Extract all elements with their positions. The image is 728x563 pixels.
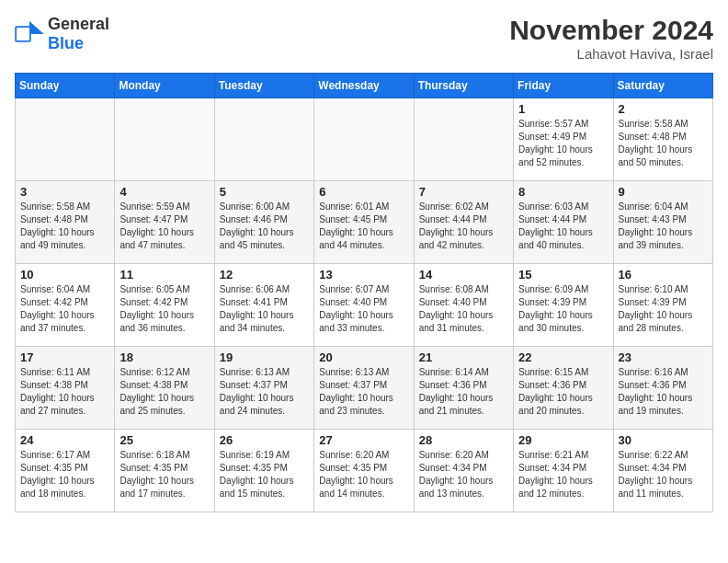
calendar-cell — [414, 98, 513, 181]
calendar-cell: 18Sunrise: 6:12 AM Sunset: 4:38 PM Dayli… — [115, 347, 214, 430]
cell-info: Sunrise: 5:57 AM Sunset: 4:49 PM Dayligh… — [518, 118, 608, 169]
day-number: 16 — [619, 268, 708, 282]
day-number: 19 — [220, 350, 309, 364]
cell-info: Sunrise: 6:00 AM Sunset: 4:46 PM Dayligh… — [220, 201, 309, 252]
calendar-cell: 25Sunrise: 6:18 AM Sunset: 4:35 PM Dayli… — [115, 430, 214, 512]
day-number: 22 — [518, 350, 608, 364]
calendar-cell — [214, 98, 313, 181]
calendar-cell: 6Sunrise: 6:01 AM Sunset: 4:45 PM Daylig… — [314, 181, 414, 264]
calendar-cell: 2Sunrise: 5:58 AM Sunset: 4:48 PM Daylig… — [613, 98, 712, 181]
logo-icon — [15, 21, 44, 47]
day-number: 2 — [619, 102, 708, 116]
calendar-cell: 30Sunrise: 6:22 AM Sunset: 4:34 PM Dayli… — [613, 430, 712, 512]
day-number: 18 — [119, 350, 209, 364]
day-number: 28 — [419, 433, 508, 447]
calendar-cell: 29Sunrise: 6:21 AM Sunset: 4:34 PM Dayli… — [514, 430, 613, 512]
cell-info: Sunrise: 6:07 AM Sunset: 4:40 PM Dayligh… — [319, 283, 408, 335]
calendar-cell: 20Sunrise: 6:13 AM Sunset: 4:37 PM Dayli… — [314, 347, 414, 430]
day-number: 1 — [518, 102, 608, 116]
day-number: 14 — [419, 268, 508, 282]
calendar-cell: 3Sunrise: 5:58 AM Sunset: 4:48 PM Daylig… — [16, 181, 115, 264]
day-number: 6 — [319, 185, 408, 199]
cell-info: Sunrise: 6:04 AM Sunset: 4:43 PM Dayligh… — [619, 201, 708, 252]
day-header-monday: Monday — [115, 74, 214, 98]
header: General Blue November 2024 Lahavot Haviv… — [15, 15, 713, 62]
cell-info: Sunrise: 6:21 AM Sunset: 4:34 PM Dayligh… — [518, 449, 608, 500]
calendar-cell: 23Sunrise: 6:16 AM Sunset: 4:36 PM Dayli… — [613, 347, 712, 430]
day-header-tuesday: Tuesday — [214, 74, 313, 98]
subtitle: Lahavot Haviva, Israel — [509, 46, 713, 62]
week-row-4: 17Sunrise: 6:11 AM Sunset: 4:38 PM Dayli… — [16, 347, 713, 430]
week-row-2: 3Sunrise: 5:58 AM Sunset: 4:48 PM Daylig… — [16, 181, 713, 264]
calendar-cell: 19Sunrise: 6:13 AM Sunset: 4:37 PM Dayli… — [214, 347, 313, 430]
cell-info: Sunrise: 6:20 AM Sunset: 4:35 PM Dayligh… — [319, 449, 408, 500]
cell-info: Sunrise: 6:10 AM Sunset: 4:39 PM Dayligh… — [619, 283, 708, 335]
cell-info: Sunrise: 6:02 AM Sunset: 4:44 PM Dayligh… — [419, 201, 508, 252]
cell-info: Sunrise: 6:05 AM Sunset: 4:42 PM Dayligh… — [119, 283, 209, 335]
day-number: 25 — [119, 433, 209, 447]
calendar-cell: 1Sunrise: 5:57 AM Sunset: 4:49 PM Daylig… — [514, 98, 613, 181]
calendar-cell: 11Sunrise: 6:05 AM Sunset: 4:42 PM Dayli… — [115, 264, 214, 347]
cell-info: Sunrise: 6:04 AM Sunset: 4:42 PM Dayligh… — [20, 283, 109, 335]
day-number: 9 — [619, 185, 708, 199]
day-header-friday: Friday — [514, 74, 613, 98]
cell-info: Sunrise: 6:22 AM Sunset: 4:34 PM Dayligh… — [619, 449, 708, 500]
calendar-cell: 15Sunrise: 6:09 AM Sunset: 4:39 PM Dayli… — [514, 264, 613, 347]
cell-info: Sunrise: 6:14 AM Sunset: 4:36 PM Dayligh… — [419, 366, 508, 418]
calendar-cell: 22Sunrise: 6:15 AM Sunset: 4:36 PM Dayli… — [514, 347, 613, 430]
day-number: 17 — [20, 350, 109, 364]
cell-info: Sunrise: 6:19 AM Sunset: 4:35 PM Dayligh… — [220, 449, 309, 500]
logo-blue: Blue — [48, 34, 84, 52]
cell-info: Sunrise: 6:16 AM Sunset: 4:36 PM Dayligh… — [619, 366, 708, 418]
calendar-cell — [314, 98, 414, 181]
calendar-cell: 28Sunrise: 6:20 AM Sunset: 4:34 PM Dayli… — [414, 430, 513, 512]
day-number: 20 — [319, 350, 408, 364]
day-number: 21 — [419, 350, 508, 364]
day-number: 5 — [220, 185, 309, 199]
main-title: November 2024 — [509, 15, 713, 46]
day-number: 7 — [419, 185, 508, 199]
week-row-5: 24Sunrise: 6:17 AM Sunset: 4:35 PM Dayli… — [16, 430, 713, 512]
logo-general: General — [48, 15, 109, 33]
week-row-1: 1Sunrise: 5:57 AM Sunset: 4:49 PM Daylig… — [16, 98, 713, 181]
day-number: 26 — [220, 433, 309, 447]
calendar-cell: 4Sunrise: 5:59 AM Sunset: 4:47 PM Daylig… — [115, 181, 214, 264]
cell-info: Sunrise: 6:08 AM Sunset: 4:40 PM Dayligh… — [419, 283, 508, 335]
day-header-saturday: Saturday — [613, 74, 712, 98]
day-number: 4 — [119, 185, 209, 199]
svg-rect-2 — [17, 28, 29, 40]
day-number: 15 — [518, 268, 608, 282]
day-number: 29 — [518, 433, 608, 447]
calendar-cell — [16, 98, 115, 181]
cell-info: Sunrise: 6:01 AM Sunset: 4:45 PM Dayligh… — [319, 201, 408, 252]
calendar-cell: 13Sunrise: 6:07 AM Sunset: 4:40 PM Dayli… — [314, 264, 414, 347]
cell-info: Sunrise: 6:06 AM Sunset: 4:41 PM Dayligh… — [220, 283, 309, 335]
cell-info: Sunrise: 6:13 AM Sunset: 4:37 PM Dayligh… — [319, 366, 408, 418]
calendar-cell: 14Sunrise: 6:08 AM Sunset: 4:40 PM Dayli… — [414, 264, 513, 347]
calendar-cell: 21Sunrise: 6:14 AM Sunset: 4:36 PM Dayli… — [414, 347, 513, 430]
day-header-sunday: Sunday — [16, 74, 115, 98]
cell-info: Sunrise: 5:59 AM Sunset: 4:47 PM Dayligh… — [119, 201, 209, 252]
day-number: 11 — [119, 268, 209, 282]
day-header-thursday: Thursday — [414, 74, 513, 98]
calendar-cell: 24Sunrise: 6:17 AM Sunset: 4:35 PM Dayli… — [16, 430, 115, 512]
calendar-cell: 9Sunrise: 6:04 AM Sunset: 4:43 PM Daylig… — [613, 181, 712, 264]
day-number: 8 — [518, 185, 608, 199]
cell-info: Sunrise: 6:15 AM Sunset: 4:36 PM Dayligh… — [518, 366, 608, 418]
cell-info: Sunrise: 6:03 AM Sunset: 4:44 PM Dayligh… — [518, 201, 608, 252]
day-number: 24 — [20, 433, 109, 447]
calendar-cell: 5Sunrise: 6:00 AM Sunset: 4:46 PM Daylig… — [214, 181, 313, 264]
cell-info: Sunrise: 6:18 AM Sunset: 4:35 PM Dayligh… — [119, 449, 209, 500]
day-header-wednesday: Wednesday — [314, 74, 414, 98]
cell-info: Sunrise: 6:20 AM Sunset: 4:34 PM Dayligh… — [419, 449, 508, 500]
cell-info: Sunrise: 6:09 AM Sunset: 4:39 PM Dayligh… — [518, 283, 608, 335]
calendar-cell: 17Sunrise: 6:11 AM Sunset: 4:38 PM Dayli… — [16, 347, 115, 430]
svg-marker-1 — [29, 21, 44, 34]
calendar-cell: 7Sunrise: 6:02 AM Sunset: 4:44 PM Daylig… — [414, 181, 513, 264]
day-number: 13 — [319, 268, 408, 282]
calendar-cell: 16Sunrise: 6:10 AM Sunset: 4:39 PM Dayli… — [613, 264, 712, 347]
week-row-3: 10Sunrise: 6:04 AM Sunset: 4:42 PM Dayli… — [16, 264, 713, 347]
calendar-header: SundayMondayTuesdayWednesdayThursdayFrid… — [16, 74, 713, 98]
calendar-table: SundayMondayTuesdayWednesdayThursdayFrid… — [15, 73, 713, 512]
cell-info: Sunrise: 6:13 AM Sunset: 4:37 PM Dayligh… — [220, 366, 309, 418]
